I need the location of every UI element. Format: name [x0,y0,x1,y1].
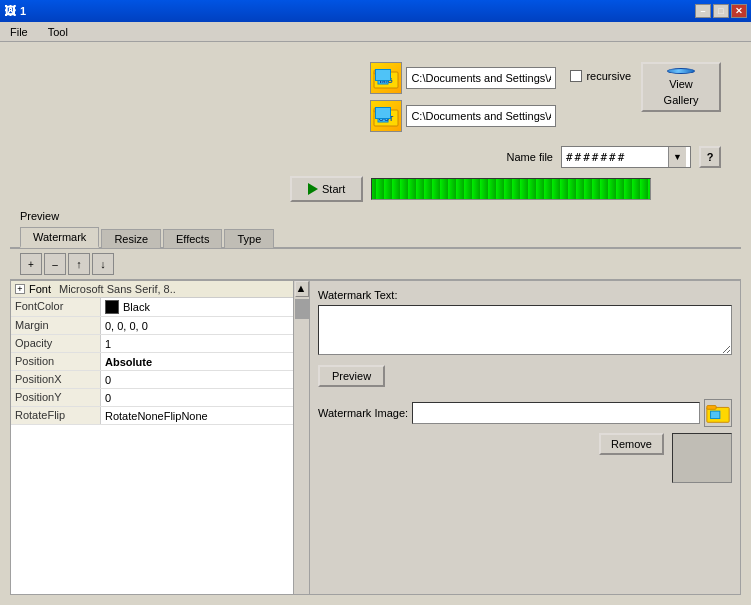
watermark-text-label: Watermark Text: [318,289,732,301]
progress-bar [371,178,651,200]
collapse-all-button[interactable]: – [44,253,66,275]
folder-icon-2[interactable]: OUT [370,100,402,132]
name-file-combo: ####### ▼ [561,146,691,168]
wm-bottom-row: Remove [318,433,732,483]
sort-desc-button[interactable]: ↓ [92,253,114,275]
prop-row-positiony: PositionY 0 [11,389,309,407]
watermark-folder-button[interactable] [704,399,732,427]
gallery-button[interactable]: View Gallery [641,62,721,112]
prop-name-fontcolor: FontColor [11,298,101,316]
svg-rect-0 [374,72,398,88]
recursive-label: recursive [586,70,631,82]
name-file-dropdown[interactable]: ▼ [668,147,686,167]
tab-toolbar: + – ↑ ↓ [10,249,741,280]
svg-text:OUT: OUT [379,115,395,122]
file-row-1: IMG [370,62,556,94]
tab-type[interactable]: Type [224,229,274,248]
menu-tool[interactable]: Tool [42,24,74,40]
name-file-label: Name file [507,151,553,163]
font-value: Microsoft Sans Serif, 8.. [59,283,176,295]
close-button[interactable]: ✕ [731,4,747,18]
start-button[interactable]: Start [290,176,363,202]
bottom-content: + Font Microsoft Sans Serif, 8.. FontCol… [10,280,741,595]
svg-rect-1 [374,70,384,74]
name-file-value: ####### [566,151,668,164]
prop-row-opacity: Opacity 1 [11,335,309,353]
prop-name-margin: Margin [11,317,101,334]
prop-value-positiony: 0 [101,389,309,406]
menu-file[interactable]: File [4,24,34,40]
start-label: Start [322,183,345,195]
properties-panel: + Font Microsoft Sans Serif, 8.. FontCol… [10,280,310,595]
title-bar-buttons: – □ ✕ [695,4,747,18]
title-bar: 🖼 1 – □ ✕ [0,0,751,22]
font-label: Font [29,283,51,295]
color-swatch-black [105,300,119,314]
prop-value-margin: 0, 0, 0, 0 [101,317,309,334]
play-icon [308,183,318,195]
file-path-input-1[interactable] [406,67,556,89]
top-section: IMG OUT recurs [10,52,741,142]
gallery-label-line2: Gallery [664,94,699,106]
tabs-section: Watermark Resize Effects Type + – ↑ ↓ [10,226,741,595]
main-content: IMG OUT recurs [0,42,751,605]
folder-icon-1[interactable]: IMG [370,62,402,94]
scrollbar-thumb[interactable] [295,299,309,319]
gallery-label-line1: View [669,78,693,90]
prop-value-fontcolor: Black [101,298,309,316]
help-button[interactable]: ? [699,146,721,168]
prop-row-margin: Margin 0, 0, 0, 0 [11,317,309,335]
sort-asc-button[interactable]: ↑ [68,253,90,275]
tab-watermark[interactable]: Watermark [20,227,99,248]
minimize-button[interactable]: – [695,4,711,18]
prop-value-positionx: 0 [101,371,309,388]
font-group-header: + Font Microsoft Sans Serif, 8.. [11,281,309,298]
svg-rect-10 [711,411,720,418]
prop-name-opacity: Opacity [11,335,101,352]
svg-rect-4 [374,110,398,126]
recursive-row: recursive [570,70,631,82]
prop-name-position: Position [11,353,101,370]
globe-icon [667,68,695,74]
maximize-button[interactable]: □ [713,4,729,18]
prop-row-positionx: PositionX 0 [11,371,309,389]
prop-value-rotateflip: RotateNoneFlipNone [101,407,309,424]
expand-all-button[interactable]: + [20,253,42,275]
watermark-image-input[interactable] [412,402,700,424]
preview-label: Preview [10,206,741,226]
tab-resize[interactable]: Resize [101,229,161,248]
font-expand[interactable]: + [15,284,25,294]
watermark-panel: Watermark Text: Preview Watermark Image: [310,280,741,595]
tab-effects[interactable]: Effects [163,229,222,248]
scrollbar-up[interactable]: ▲ [295,281,309,297]
fontcolor-value: Black [123,301,150,313]
title-bar-left: 🖼 1 [4,4,26,18]
tab-bar: Watermark Resize Effects Type [10,226,741,249]
file-row-2: OUT [370,100,556,132]
watermark-image-label: Watermark Image: [318,407,408,419]
watermark-preview-thumb [672,433,732,483]
properties-scrollbar[interactable]: ▲ [293,281,309,594]
prop-value-opacity: 1 [101,335,309,352]
prop-name-rotateflip: RotateFlip [11,407,101,424]
recursive-checkbox[interactable] [570,70,582,82]
watermark-image-row: Watermark Image: [318,399,732,427]
prop-row-position: Position Absolute [11,353,309,371]
file-path-input-2[interactable] [406,105,556,127]
preview-button[interactable]: Preview [318,365,385,387]
remove-button[interactable]: Remove [599,433,664,455]
svg-rect-9 [707,406,716,410]
svg-rect-5 [374,108,384,112]
name-file-row: Name file ####### ▼ ? [10,142,741,172]
watermark-text-input[interactable] [318,305,732,355]
app-icon: 🖼 [4,4,16,18]
prop-name-positiony: PositionY [11,389,101,406]
prop-row-fontcolor: FontColor Black [11,298,309,317]
menu-bar: File Tool [0,22,751,42]
prop-row-rotateflip: RotateFlip RotateNoneFlipNone [11,407,309,425]
window-title: 1 [20,5,26,17]
start-row: Start [280,172,741,206]
svg-text:IMG: IMG [380,77,394,84]
prop-value-position: Absolute [101,353,309,370]
prop-name-positionx: PositionX [11,371,101,388]
